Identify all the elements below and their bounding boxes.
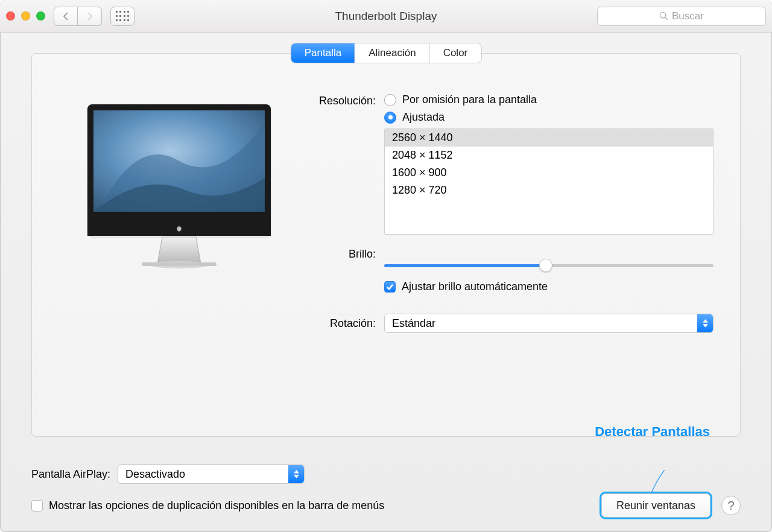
svg-point-0	[660, 12, 665, 17]
help-button[interactable]: ?	[721, 496, 741, 515]
rotation-row: Rotación: Estándar	[306, 314, 713, 333]
rotation-select[interactable]: Estándar	[384, 314, 713, 333]
gather-windows-button[interactable]: Reunir ventanas	[601, 493, 710, 518]
radio-selected-icon	[384, 112, 396, 124]
chevron-right-icon	[87, 12, 93, 21]
airplay-row: Pantalla AirPlay: Desactivado	[31, 464, 741, 484]
window-controls	[6, 11, 45, 21]
resolution-option[interactable]: 1600 × 900	[385, 164, 713, 182]
resolution-list[interactable]: 2560 × 1440 2048 × 1152 1600 × 900 1280 …	[384, 128, 713, 235]
show-all-button[interactable]	[110, 7, 134, 26]
mirroring-checkbox[interactable]: Mostrar las opciones de duplicación disp…	[31, 499, 384, 512]
svg-marker-9	[703, 319, 708, 322]
svg-line-1	[665, 17, 668, 20]
tab-bar: Pantalla Alineación Color	[291, 43, 481, 63]
titlebar: Thunderbolt Display Buscar	[0, 0, 772, 33]
rotation-label: Rotación:	[306, 317, 384, 330]
resolution-scaled-radio[interactable]: Ajustada	[384, 111, 713, 124]
radio-unselected-icon	[384, 94, 396, 106]
svg-marker-10	[703, 324, 708, 327]
slider-thumb-icon[interactable]	[539, 259, 552, 272]
settings-panel: Pantalla Alineación Color	[31, 53, 741, 437]
checkbox-checked-icon	[384, 281, 396, 293]
monitor-icon	[83, 100, 276, 280]
svg-marker-12	[294, 475, 299, 478]
back-button[interactable]	[54, 7, 78, 26]
panel-content: Resolución: Por omisión para la pantalla…	[59, 93, 713, 333]
tab-pantalla[interactable]: Pantalla	[291, 43, 355, 63]
search-icon	[659, 11, 668, 21]
airplay-select[interactable]: Desactivado	[118, 464, 305, 484]
search-field[interactable]: Buscar	[597, 7, 766, 26]
svg-marker-11	[294, 470, 299, 473]
resolution-default-label: Por omisión para la pantalla	[402, 93, 537, 106]
brightness-label: Brillo:	[306, 247, 384, 261]
tab-alineacion[interactable]: Alineación	[355, 43, 429, 63]
resolution-option[interactable]: 2560 × 1440	[385, 129, 713, 147]
brightness-row: Brillo: Ajustar brillo au	[306, 247, 713, 293]
svg-rect-8	[142, 262, 217, 266]
checkbox-unchecked-icon	[31, 500, 43, 511]
resolution-label: Resolución:	[306, 93, 384, 107]
display-settings: Resolución: Por omisión para la pantalla…	[300, 93, 713, 333]
zoom-window-button[interactable]	[36, 11, 45, 21]
close-window-button[interactable]	[6, 11, 15, 21]
annotation-detect-displays: Detectar Pantallas	[595, 424, 710, 440]
auto-brightness-checkbox[interactable]: Ajustar brillo automáticamente	[384, 280, 713, 293]
footer-area: Pantalla AirPlay: Desactivado Mostrar la…	[31, 464, 741, 518]
select-stepper-icon	[288, 465, 304, 483]
tab-color[interactable]: Color	[430, 43, 481, 63]
navigation-buttons	[54, 7, 102, 26]
select-stepper-icon	[697, 314, 713, 332]
minimize-window-button[interactable]	[21, 11, 30, 21]
resolution-scaled-label: Ajustada	[402, 111, 445, 124]
chevron-left-icon	[63, 12, 69, 21]
mirroring-label: Mostrar las opciones de duplicación disp…	[49, 499, 384, 512]
rotation-value: Estándar	[392, 317, 435, 330]
footer-row: Mostrar las opciones de duplicación disp…	[31, 493, 741, 518]
resolution-option[interactable]: 1280 × 720	[385, 182, 713, 199]
display-preview	[59, 93, 300, 287]
system-preferences-window: Thunderbolt Display Buscar Pantalla Alin…	[0, 0, 772, 532]
resolution-default-radio[interactable]: Por omisión para la pantalla	[384, 93, 713, 106]
airplay-label: Pantalla AirPlay:	[31, 468, 110, 481]
resolution-option[interactable]: 2048 × 1152	[385, 147, 713, 164]
brightness-slider[interactable]	[384, 259, 713, 272]
resolution-row: Resolución: Por omisión para la pantalla…	[306, 93, 713, 235]
search-placeholder: Buscar	[672, 10, 704, 22]
forward-button[interactable]	[78, 7, 102, 26]
grid-icon	[116, 11, 129, 22]
airplay-value: Desactivado	[125, 468, 185, 481]
auto-brightness-label: Ajustar brillo automáticamente	[402, 280, 548, 293]
